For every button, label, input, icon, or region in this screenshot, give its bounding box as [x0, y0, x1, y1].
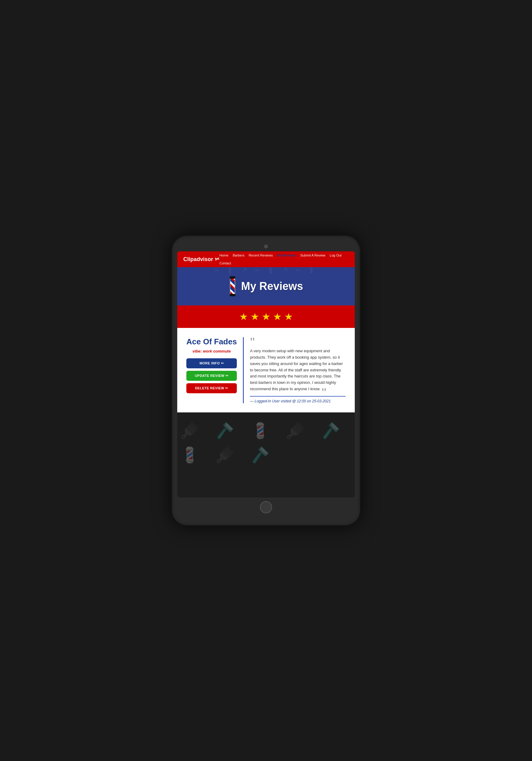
page-title: My Reviews	[241, 280, 303, 293]
star-2: ★	[251, 311, 259, 322]
pole-top	[230, 276, 235, 279]
nav-home[interactable]: Home	[219, 254, 228, 257]
bottom-background	[177, 412, 355, 498]
pole-bottom	[230, 294, 235, 296]
scissors-icon: ✂	[214, 256, 220, 263]
review-attribution: — Logged-In User visited @ 12:00 on 25-0…	[250, 396, 346, 403]
nav-submit-review[interactable]: Submit A Review	[300, 254, 325, 257]
nav-logout[interactable]: Log Out	[329, 254, 341, 257]
nav-contact[interactable]: Contact	[219, 262, 231, 265]
star-4: ★	[273, 311, 282, 322]
tablet-camera	[264, 245, 268, 248]
update-review-button[interactable]: UPDATE REVIEW ✂	[186, 371, 237, 381]
star-3: ★	[262, 311, 270, 322]
stars-section: ★ ★ ★ ★ ★	[177, 306, 355, 328]
hero-title-wrap: My Reviews	[183, 276, 349, 296]
nav-links: Home Barbers Recent Reviews My Reviews S…	[219, 254, 349, 265]
tablet-frame: Clipadvisor ✂ Home Barbers Recent Review…	[172, 236, 360, 525]
barber-name: Ace Of Fades	[186, 337, 237, 346]
vibe-label: vibe: work commute	[186, 349, 237, 353]
stars-row: ★ ★ ★ ★ ★	[183, 311, 349, 322]
navbar: Clipadvisor ✂ Home Barbers Recent Review…	[177, 251, 355, 267]
star-1: ★	[239, 311, 248, 322]
nav-my-reviews[interactable]: My Reviews	[277, 254, 296, 257]
divider	[243, 337, 244, 403]
left-panel: Ace Of Fades vibe: work commute MORE INF…	[186, 337, 237, 393]
tablet-home-button[interactable]	[260, 501, 272, 513]
quote-open-icon: "	[250, 337, 346, 347]
hero-section: My Reviews	[177, 267, 355, 306]
brand-name: Clipadvisor	[183, 256, 213, 263]
pole-body	[230, 279, 235, 294]
tablet-screen: Clipadvisor ✂ Home Barbers Recent Review…	[177, 251, 355, 498]
review-card: Ace Of Fades vibe: work commute MORE INF…	[177, 328, 355, 412]
nav-recent-reviews[interactable]: Recent Reviews	[249, 254, 273, 257]
barber-pole-icon	[229, 276, 236, 296]
more-info-button[interactable]: MORE INFO ✂	[186, 358, 237, 368]
hero-background: My Reviews	[177, 267, 355, 306]
quote-close-icon: "	[322, 385, 326, 399]
review-panel: " A very modern setup with new equipment…	[250, 337, 346, 403]
review-text: A very modern setup with new equipment a…	[250, 348, 346, 392]
nav-barbers[interactable]: Barbers	[233, 254, 244, 257]
delete-review-button[interactable]: DELETE REVIEW ✂	[186, 383, 237, 393]
star-5: ★	[284, 311, 293, 322]
brand-logo[interactable]: Clipadvisor ✂	[183, 256, 219, 263]
